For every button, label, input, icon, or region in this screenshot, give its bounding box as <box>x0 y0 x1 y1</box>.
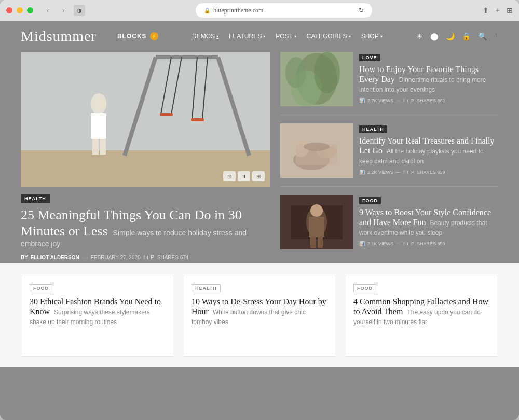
article-thumb-2 <box>280 123 353 178</box>
grid-icon[interactable]: ⊞ <box>507 6 513 15</box>
nav-right-icons: ☀ ⬤ 🌙 🔒 🔍 ≡ <box>416 32 498 41</box>
article-card-1: LOVE How to Enjoy Your Favorite Things E… <box>280 52 498 115</box>
svg-point-11 <box>91 93 106 114</box>
svg-point-19 <box>285 57 306 88</box>
hero-category-badge[interactable]: HEALTH <box>21 194 50 203</box>
secure-icon: 🔒 <box>204 8 210 13</box>
article-meta-3: 📊 2.1K VIEWS — f t P SHARES 850 <box>359 241 498 246</box>
forward-button[interactable]: › <box>57 4 70 17</box>
svg-rect-14 <box>100 139 106 155</box>
address-bar-wrap: 🔒 blueprinttheme.com ↻ <box>89 3 479 18</box>
article-text-3: 9 Ways to Boost Your Style Confidence an… <box>359 207 498 237</box>
hero-article-meta: BY ELLIOT ALDERSON — FEBRUARY 27, 2020 f… <box>21 255 270 260</box>
nav-demos[interactable]: DEMOS ▾ <box>192 33 218 40</box>
fb-icon[interactable]: f <box>403 98 405 103</box>
nav-post[interactable]: POST ▾ <box>276 33 296 40</box>
bottom-text-2: 10 Ways to De-Stress Your Day Hour by Ho… <box>192 297 327 327</box>
bottom-badge-1[interactable]: FOOD <box>30 284 52 292</box>
nav-controls: ‹ › <box>42 4 70 17</box>
nav-blocks[interactable]: BLOCKS ⚡ <box>117 32 158 40</box>
hero-text: 25 Meaningful Things You Can Do in 30 Mi… <box>21 207 270 249</box>
article-badge-1[interactable]: LOVE <box>359 54 380 61</box>
svg-rect-10 <box>191 118 204 121</box>
facebook-icon[interactable]: f <box>144 255 145 260</box>
main-nav: DEMOS ▾ FEATURES ▾ POST ▾ CATEGORIES ▾ S… <box>174 33 401 40</box>
close-dot[interactable] <box>6 7 12 13</box>
website: Midsummer BLOCKS ⚡ DEMOS ▾ FEATURES ▾ PO… <box>0 21 519 420</box>
svg-point-18 <box>314 52 340 93</box>
pt-icon-3[interactable]: P <box>411 241 414 246</box>
search-icon[interactable]: 🔍 <box>478 32 487 41</box>
article-thumb-1 <box>280 52 353 106</box>
video-btn-3[interactable]: ⊞ <box>252 171 265 181</box>
pt-icon[interactable]: P <box>411 98 414 103</box>
video-controls: ⊡ ⏸ ⊞ <box>223 171 265 181</box>
bottom-badge-3[interactable]: FOOD <box>353 284 376 292</box>
fb-icon-3[interactable]: f <box>403 241 405 246</box>
article-text-2: Identify Your Real Treasures and Finally… <box>359 136 498 165</box>
article-content-1: LOVE How to Enjoy Your Favorite Things E… <box>359 52 498 106</box>
svg-rect-30 <box>309 217 324 237</box>
moon-icon[interactable]: 🌙 <box>446 32 455 41</box>
author-byline: BY ELLIOT ALDERSON <box>21 255 79 260</box>
article-meta-2: 📊 2.2K VIEWS — f t P SHARES 629 <box>359 170 498 175</box>
video-btn-2[interactable]: ⏸ <box>238 171 250 181</box>
bottom-text-3: 4 Common Shopping Fallacies and How to A… <box>353 297 489 327</box>
refresh-icon[interactable]: ↻ <box>359 7 364 15</box>
tw-icon-2[interactable]: t <box>407 170 409 175</box>
share-icon[interactable]: ⬆ <box>483 6 489 15</box>
tw-icon-3[interactable]: t <box>407 241 409 246</box>
browser-titlebar: ‹ › ◑ 🔒 blueprinttheme.com ↻ ⬆ ＋ ⊞ <box>0 0 519 21</box>
brightness-icon[interactable]: ☀ <box>416 32 423 41</box>
right-column: LOVE How to Enjoy Your Favorite Things E… <box>270 52 498 263</box>
fb-icon-2[interactable]: f <box>403 170 405 175</box>
social-icons: f t P <box>144 255 154 260</box>
article-meta-1: 📊 2.7K VIEWS — f t P SHARES 662 <box>359 98 498 103</box>
menu-icon[interactable]: ≡ <box>494 32 498 40</box>
views-icon-3: 📊 <box>359 241 365 246</box>
svg-point-29 <box>310 204 323 217</box>
bottom-card-2: HEALTH 10 Ways to De-Stress Your Day Hou… <box>183 274 336 357</box>
site-logo[interactable]: Midsummer <box>21 28 97 45</box>
chevron-down-icon: ▾ <box>263 34 265 39</box>
svg-point-25 <box>304 143 330 151</box>
pinterest-icon[interactable]: P <box>151 255 154 260</box>
article-badge-2[interactable]: HEALTH <box>359 125 387 133</box>
nav-features[interactable]: FEATURES ▾ <box>229 33 265 40</box>
article-text-1: How to Enjoy Your Favorite Things Every … <box>359 64 498 94</box>
nav-categories[interactable]: CATEGORIES ▾ <box>307 33 351 40</box>
video-btn-1[interactable]: ⊡ <box>223 171 236 181</box>
minimize-dot[interactable] <box>17 7 23 13</box>
bottom-text-1: 30 Ethical Fashion Brands You Need to Kn… <box>30 297 166 327</box>
bottom-badge-2[interactable]: HEALTH <box>192 284 221 292</box>
article-card-2: HEALTH Identify Your Real Treasures and … <box>280 123 498 187</box>
site-header: Midsummer BLOCKS ⚡ DEMOS ▾ FEATURES ▾ PO… <box>0 21 519 52</box>
reader-icon[interactable]: ◑ <box>74 5 85 16</box>
chevron-down-icon: ▾ <box>349 34 351 39</box>
bottom-section: FOOD 30 Ethical Fashion Brands You Need … <box>0 263 519 367</box>
article-content-3: FOOD 9 Ways to Boost Your Style Confiden… <box>359 195 498 249</box>
pt-icon-2[interactable]: P <box>411 170 414 175</box>
back-button[interactable]: ‹ <box>42 4 54 17</box>
tw-icon[interactable]: t <box>407 98 409 103</box>
circle-icon[interactable]: ⬤ <box>430 32 439 41</box>
new-tab-icon[interactable]: ＋ <box>494 6 501 15</box>
hero-section: ⊡ ⏸ ⊞ HEALTH 25 Meaningful Things You Ca… <box>21 52 270 263</box>
lock-icon[interactable]: 🔒 <box>462 32 471 41</box>
nav-shop[interactable]: SHOP ▾ <box>361 33 383 40</box>
svg-rect-32 <box>318 237 323 248</box>
views-icon: 📊 <box>359 98 365 103</box>
browser-right-icons: ⬆ ＋ ⊞ <box>483 6 513 15</box>
hero-image[interactable]: ⊡ ⏸ ⊞ <box>21 52 270 187</box>
chevron-down-icon: ▾ <box>216 34 218 39</box>
maximize-dot[interactable] <box>27 7 33 13</box>
bolt-icon: ⚡ <box>150 32 158 40</box>
article-badge-3[interactable]: FOOD <box>359 197 381 204</box>
twitter-icon[interactable]: t <box>147 255 148 260</box>
svg-rect-31 <box>310 237 316 248</box>
svg-rect-12 <box>91 113 106 139</box>
bottom-desc-2: White button downs that give chic tomboy… <box>192 309 306 326</box>
chevron-down-icon: ▾ <box>380 34 383 39</box>
address-bar[interactable]: 🔒 blueprinttheme.com ↻ <box>196 3 372 18</box>
hero-meta: HEALTH 25 Meaningful Things You Can Do i… <box>21 187 270 263</box>
